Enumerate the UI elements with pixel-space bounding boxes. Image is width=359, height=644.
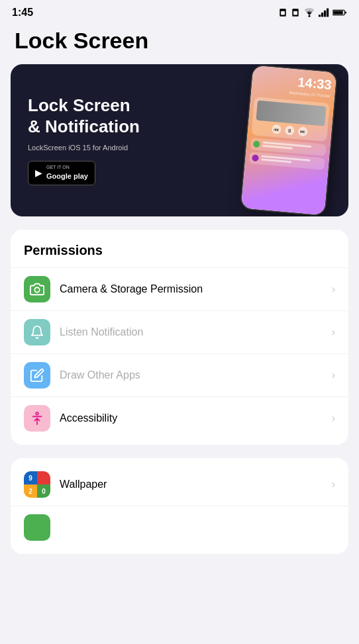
svg-point-12 (34, 287, 39, 292)
badge-small-text: GET IT ON (46, 165, 88, 169)
camera-chevron-icon: › (332, 283, 335, 295)
banner-subtitle: LockScreen iOS 15 for Android (28, 144, 348, 152)
wallpaper-label: Wallpaper (60, 479, 332, 490)
draw-chevron-icon: › (332, 369, 335, 381)
banner-title: Lock Screen& Notification (28, 95, 348, 136)
bell-icon (30, 325, 44, 340)
banner-content: Lock Screen& Notification LockScreen iOS… (11, 79, 348, 201)
status-time: 1:45 (12, 7, 33, 19)
status-bar: 1:45 (0, 0, 359, 23)
wallpaper-icon: 9 2 0 (24, 471, 50, 498)
badge-label-text: Google play (46, 172, 88, 180)
sim2-icon (291, 8, 300, 17)
wallpaper-item[interactable]: 9 2 0 Wallpaper › (11, 463, 348, 506)
status-icons (278, 8, 347, 17)
accessibility-perm-icon (24, 405, 50, 432)
wallpaper-chevron-icon: › (332, 479, 335, 490)
svg-rect-5 (319, 15, 321, 17)
permissions-title: Permissions (11, 243, 348, 267)
draw-perm-icon (24, 362, 50, 389)
svg-rect-7 (324, 11, 326, 17)
svg-rect-3 (293, 11, 297, 15)
google-play-badge[interactable]: ▶ GET IT ON Google play (28, 161, 95, 185)
wifi-icon (303, 8, 315, 17)
pencil-icon (30, 368, 44, 383)
svg-rect-10 (333, 11, 343, 14)
notification-perm-icon (24, 319, 50, 345)
app-banner: Lock Screen& Notification LockScreen iOS… (11, 64, 348, 216)
accessibility-perm-label: Accessibility (60, 412, 332, 424)
sim1-icon (278, 8, 287, 17)
wallpaper-q3: 2 (24, 484, 37, 498)
play-icon: ▶ (35, 167, 42, 178)
svg-rect-8 (327, 9, 329, 17)
svg-point-4 (309, 15, 311, 17)
notification-perm-label: Listen Notification (60, 326, 332, 338)
svg-rect-1 (281, 11, 285, 15)
permission-item-notification[interactable]: Listen Notification › (11, 310, 348, 353)
battery-icon (333, 9, 347, 17)
accessibility-icon (30, 411, 44, 426)
permission-item-accessibility[interactable]: Accessibility › (11, 396, 348, 439)
signal-icon (319, 8, 329, 17)
draw-perm-label: Draw Other Apps (60, 369, 332, 381)
camera-perm-label: Camera & Storage Permission (60, 283, 332, 295)
partial-icon (24, 514, 50, 541)
wallpaper-q4: 0 (37, 484, 50, 498)
permission-item-draw[interactable]: Draw Other Apps › (11, 353, 348, 396)
wallpaper-card: 9 2 0 Wallpaper › (11, 458, 348, 554)
svg-point-13 (36, 412, 38, 415)
permission-item-camera[interactable]: Camera & Storage Permission › (11, 267, 348, 310)
wallpaper-q2 (37, 471, 50, 484)
camera-icon (30, 282, 44, 297)
wallpaper-q1: 9 (24, 471, 37, 484)
svg-rect-6 (321, 13, 323, 17)
page-title: Lock Screen (0, 23, 359, 64)
permissions-card: Permissions Camera & Storage Permission … (11, 230, 348, 445)
partial-item[interactable] (11, 506, 348, 549)
svg-rect-11 (345, 12, 346, 14)
camera-perm-icon (24, 276, 50, 302)
notification-chevron-icon: › (332, 326, 335, 338)
accessibility-chevron-icon: › (332, 412, 335, 424)
